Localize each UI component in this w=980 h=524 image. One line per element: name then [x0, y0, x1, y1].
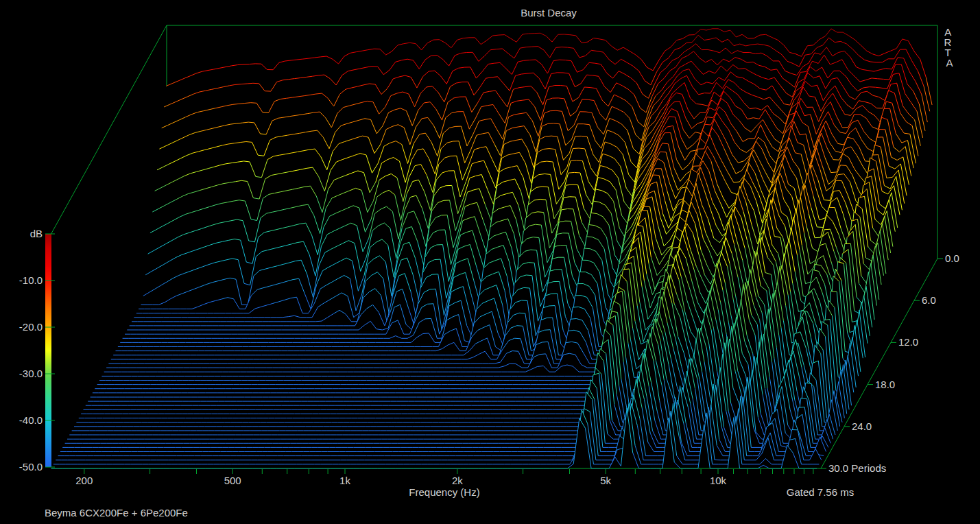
db-unit-label: dB: [30, 228, 43, 239]
x-axis-title: Frequency (Hz): [409, 486, 479, 498]
waterfall-surface: [51, 29, 932, 524]
chart-title: Burst Decay: [521, 7, 577, 19]
freq-tick-label: 200: [75, 475, 93, 486]
freq-tick-label: 10k: [710, 475, 727, 486]
periods-tick-label: 30.0 Periods: [828, 462, 886, 474]
brand-letter: A: [946, 57, 953, 69]
arta-plot-window: 2005001k2k5k10k0.06.012.018.024.030.0 Pe…: [0, 0, 980, 524]
db-tick-label: -50.0: [19, 461, 43, 473]
db-tick-label: -30.0: [19, 368, 43, 379]
db-tick-label: -10.0: [19, 274, 43, 286]
freq-tick-label: 1k: [339, 475, 350, 486]
periods-tick-label: 24.0: [852, 420, 872, 432]
freq-tick-label: 2k: [452, 475, 463, 486]
periods-tick-label: 12.0: [898, 336, 918, 348]
periods-tick-label: 6.0: [922, 294, 936, 306]
db-colorbar: [45, 234, 51, 467]
freq-tick-label: 5k: [600, 475, 611, 486]
periods-tick-label: 0.0: [945, 252, 959, 264]
db-tick-label: -20.0: [19, 321, 43, 333]
footer-label: Beyma 6CX200Fe + 6Pe200Fe: [45, 507, 188, 519]
burst-decay-plot: 2005001k2k5k10k0.06.012.018.024.030.0 Pe…: [0, 0, 980, 524]
brand-label: A R T A: [944, 26, 955, 69]
periods-tick-label: 18.0: [875, 379, 895, 390]
freq-tick-label: 500: [224, 475, 241, 486]
gate-label: Gated 7.56 ms: [787, 486, 854, 498]
db-tick-label: -40.0: [19, 414, 43, 426]
